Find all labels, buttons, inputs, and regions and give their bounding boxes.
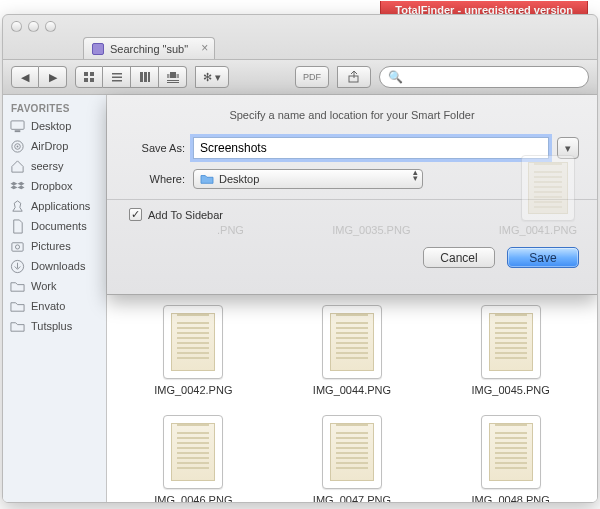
svg-rect-7 [140,72,143,82]
dropbox-icon [9,178,25,194]
close-window-button[interactable] [11,21,22,32]
sidebar-item-label: Pictures [31,240,71,252]
sidebar: FAVORITES Desktop AirDrop seersy Dropbox… [3,95,107,502]
svg-rect-17 [14,130,20,132]
action-menu-button[interactable]: ✻ ▾ [195,66,229,88]
svg-rect-9 [148,72,150,82]
downloads-icon [9,258,25,274]
file-name: IMG_0044.PNG [313,384,391,396]
tab-bar: Searching "sub" × [3,37,597,59]
action-segment: ✻ ▾ [195,66,229,88]
checkbox-checked-icon[interactable]: ✓ [129,208,142,221]
ghost-thumb [521,155,581,221]
svg-point-20 [16,145,18,147]
file-item[interactable]: IMG_0042.PNG [119,299,268,409]
sidebar-item-label: Envato [31,300,65,312]
traffic-lights [3,21,56,32]
icon-view-button[interactable] [75,66,103,88]
pictures-icon [9,238,25,254]
search-icon: 🔍 [388,70,403,84]
sidebar-item-downloads[interactable]: Downloads [3,256,106,276]
file-item[interactable]: IMG_0046.PNG [119,409,268,502]
sheet-heading: Specify a name and location for your Sma… [125,109,579,121]
search-input[interactable] [408,71,580,83]
saveas-label: Save As: [125,142,185,154]
list-view-button[interactable] [103,66,131,88]
ghost-labels: .PNG IMG_0035.PNG IMG_0041.PNG [217,224,577,236]
svg-rect-13 [167,80,179,81]
file-item[interactable]: IMG_0044.PNG [278,299,427,409]
sidebar-item-desktop[interactable]: Desktop [3,116,106,136]
folder-icon [9,298,25,314]
sidebar-item-airdrop[interactable]: AirDrop [3,136,106,156]
file-item[interactable]: IMG_0047.PNG [278,409,427,502]
sidebar-item-label: seersy [31,160,63,172]
folder-icon [200,173,214,185]
svg-rect-0 [84,72,88,76]
saveas-input[interactable] [193,137,549,159]
sidebar-item-label: Applications [31,200,90,212]
svg-rect-16 [10,120,23,128]
sidebar-item-envato[interactable]: Envato [3,296,106,316]
smart-folder-icon [92,43,104,55]
back-button[interactable]: ◀ [11,66,39,88]
sidebar-item-label: AirDrop [31,140,68,152]
file-name: IMG_0045.PNG [472,384,550,396]
svg-point-22 [15,244,19,248]
sidebar-item-label: Dropbox [31,180,73,192]
share-segment [337,66,371,88]
file-item[interactable]: IMG_0045.PNG [436,299,585,409]
save-sheet: Specify a name and location for your Sma… [107,95,597,295]
tab-title: Searching "sub" [110,43,188,55]
file-name: IMG_0047.PNG [313,494,391,502]
quicklook-button[interactable]: PDF [295,66,329,88]
file-name: IMG_0046.PNG [154,494,232,502]
share-button[interactable] [337,66,371,88]
titlebar [3,15,597,37]
svg-rect-3 [90,78,94,82]
save-button[interactable]: Save [507,247,579,268]
minimize-window-button[interactable] [28,21,39,32]
sidebar-item-pictures[interactable]: Pictures [3,236,106,256]
sidebar-item-documents[interactable]: Documents [3,216,106,236]
svg-rect-10 [170,72,176,78]
zoom-window-button[interactable] [45,21,56,32]
forward-button[interactable]: ▶ [39,66,67,88]
view-segment [75,66,187,88]
sidebar-item-tutsplus[interactable]: Tutsplus [3,316,106,336]
svg-rect-1 [90,72,94,76]
svg-rect-11 [167,74,170,78]
cancel-button[interactable]: Cancel [423,247,495,268]
tab-close-icon[interactable]: × [201,42,208,54]
file-name: IMG_0042.PNG [154,384,232,396]
where-value: Desktop [219,173,259,185]
sidebar-item-label: Desktop [31,120,71,132]
sidebar-item-label: Downloads [31,260,85,272]
where-popup[interactable]: Desktop [193,169,423,189]
documents-icon [9,218,25,234]
sidebar-item-dropbox[interactable]: Dropbox [3,176,106,196]
sidebar-item-work[interactable]: Work [3,276,106,296]
sidebar-item-label: Work [31,280,56,292]
applications-icon [9,198,25,214]
where-label: Where: [125,173,185,185]
toolbar: ◀ ▶ ✻ ▾ PDF [3,59,597,95]
svg-rect-6 [112,80,122,82]
file-grid: IMG_0042.PNG IMG_0044.PNG IMG_0045.PNG I… [107,299,597,502]
svg-rect-8 [144,72,147,82]
home-icon [9,158,25,174]
svg-rect-2 [84,78,88,82]
desktop-icon [9,118,25,134]
sidebar-item-applications[interactable]: Applications [3,196,106,216]
tab-current[interactable]: Searching "sub" × [83,37,215,59]
add-to-sidebar-row[interactable]: ✓ Add To Sidebar [129,208,579,221]
sidebar-item-label: Documents [31,220,87,232]
svg-rect-14 [167,82,179,83]
column-view-button[interactable] [131,66,159,88]
sidebar-item-label: Tutsplus [31,320,72,332]
add-to-sidebar-label: Add To Sidebar [148,209,223,221]
file-item[interactable]: IMG_0048.PNG [436,409,585,502]
sidebar-item-home[interactable]: seersy [3,156,106,176]
search-field[interactable]: 🔍 [379,66,589,88]
coverflow-view-button[interactable] [159,66,187,88]
